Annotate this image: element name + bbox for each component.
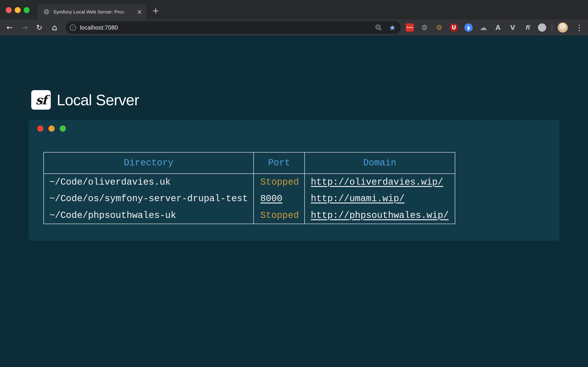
red-dot-icon xyxy=(37,125,43,132)
tab-favicon-globe-icon xyxy=(43,9,50,15)
directory-cell: ~/Code/os/symfony-server-drupal-test xyxy=(44,190,254,207)
forward-icon: → xyxy=(20,23,30,33)
terminal-card: Directory Port Domain ~/Code/oliverdavie… xyxy=(29,120,559,241)
browser-menu-icon[interactable]: ⋮ xyxy=(574,23,584,33)
table-row: ~/Code/os/symfony-server-drupal-test 800… xyxy=(44,190,455,207)
page-content: sf Local Server Directory Port Domain xyxy=(0,35,588,367)
table-row: ~/Code/phpsouthwales-uk Stopped http://p… xyxy=(44,207,455,224)
port-link[interactable]: 8000 xyxy=(260,194,282,204)
cloud-extension-icon[interactable]: ☁ xyxy=(478,23,488,33)
green-dot-icon xyxy=(60,125,66,132)
adblock-extension-icon[interactable]: ⋯ xyxy=(405,23,415,33)
tab-strip: Symfony Local Web Server: Prox × + xyxy=(0,0,588,19)
toolbar-divider xyxy=(552,23,552,32)
dark-gear-extension-icon[interactable]: ⚙ xyxy=(434,23,444,33)
window-fullscreen-button[interactable] xyxy=(24,7,30,13)
blue-circle-extension-icon[interactable]: ◗ xyxy=(464,23,474,33)
reload-icon[interactable]: ↻ xyxy=(34,23,44,33)
orange-dot-icon xyxy=(48,125,55,132)
v-extension-icon[interactable]: V xyxy=(508,23,518,33)
window-controls xyxy=(6,7,30,13)
new-tab-button[interactable]: + xyxy=(150,6,161,16)
servers-table: Directory Port Domain ~/Code/oliverdavie… xyxy=(43,152,455,224)
header-domain: Domain xyxy=(304,152,455,174)
profile-avatar[interactable] xyxy=(558,23,568,33)
address-bar[interactable]: i localhost:7080 ★ xyxy=(66,21,401,34)
back-icon[interactable]: ← xyxy=(5,23,15,33)
directory-cell: ~/Code/oliverdavies.uk xyxy=(44,174,254,190)
symfony-logo: sf xyxy=(31,90,51,110)
fi-extension-icon[interactable]: fi xyxy=(522,23,532,33)
port-status: Stopped xyxy=(260,177,299,187)
window-close-button[interactable] xyxy=(6,7,12,13)
home-icon[interactable]: ⌂ xyxy=(49,23,60,33)
url-text: localhost:7080 xyxy=(80,24,375,31)
tab-close-icon[interactable]: × xyxy=(137,9,142,15)
page-title: Local Server xyxy=(57,91,139,109)
table-row: ~/Code/oliverdavies.uk Stopped http://ol… xyxy=(44,174,455,190)
zoom-icon[interactable] xyxy=(375,24,382,31)
domain-link[interactable]: http://phpsouthwales.wip/ xyxy=(311,210,449,221)
domain-link[interactable]: http://umami.wip/ xyxy=(311,194,405,204)
page-header: sf Local Server xyxy=(31,90,139,110)
browser-tab[interactable]: Symfony Local Web Server: Prox × xyxy=(37,4,146,19)
tab-title: Symfony Local Web Server: Prox xyxy=(53,9,135,15)
header-directory: Directory xyxy=(44,152,254,174)
directory-cell: ~/Code/phpsouthwales-uk xyxy=(44,207,254,224)
ublock-extension-icon[interactable]: U xyxy=(449,23,459,33)
window-minimize-button[interactable] xyxy=(15,7,21,13)
gear-extension-icon[interactable]: ⚙ xyxy=(419,23,430,33)
browser-toolbar: ← → ↻ ⌂ i localhost:7080 ★ ⋯ ⚙ ⚙ U ◗ xyxy=(0,19,588,35)
terminal-window-dots xyxy=(37,125,66,132)
domain-link[interactable]: http://oliverdavies.wip/ xyxy=(311,177,443,187)
bookmark-star-icon[interactable]: ★ xyxy=(389,23,396,32)
header-port: Port xyxy=(254,152,304,174)
a-extension-icon[interactable]: A xyxy=(493,23,503,33)
site-info-icon[interactable]: i xyxy=(70,25,76,31)
github-extension-icon[interactable] xyxy=(537,23,547,33)
table-header-row: Directory Port Domain xyxy=(44,152,455,174)
port-status: Stopped xyxy=(260,210,299,221)
